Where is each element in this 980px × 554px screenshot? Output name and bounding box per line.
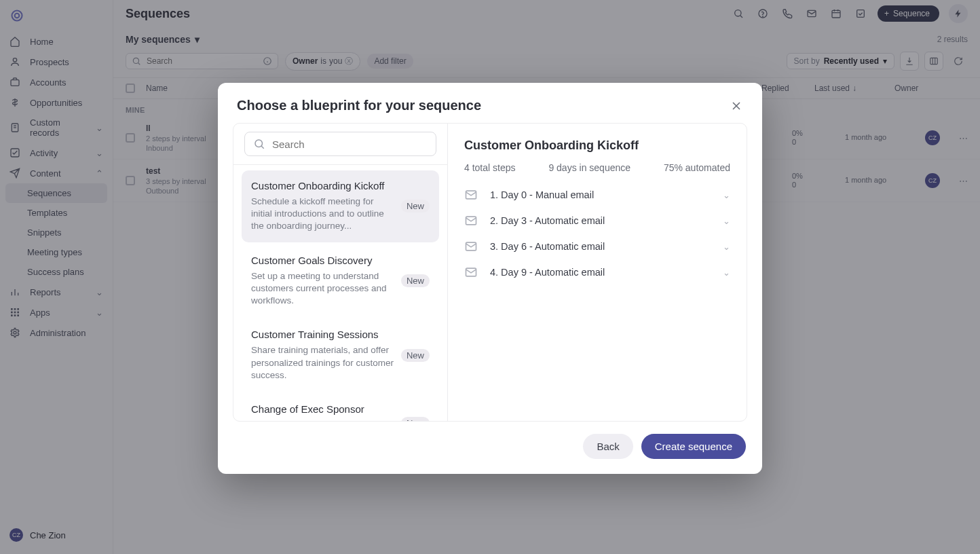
blueprint-search-input[interactable] — [272, 138, 428, 150]
new-badge: New — [401, 274, 430, 287]
blueprint-item[interactable]: Change of Exec Sponsor Establish a conne… — [242, 394, 439, 421]
step-row[interactable]: 4. Day 9 - Automatic email ⌄ — [464, 265, 730, 279]
back-button[interactable]: Back — [583, 434, 633, 459]
search-icon — [253, 138, 265, 150]
mail-icon — [464, 188, 478, 202]
modal-title: Choose a blueprint for your sequence — [237, 98, 481, 113]
mail-icon — [464, 240, 478, 253]
svg-line-42 — [261, 146, 264, 149]
blueprint-list-pane: Customer Onboarding Kickoff Schedule a k… — [233, 124, 448, 421]
step-row[interactable]: 3. Day 6 - Automatic email ⌄ — [464, 240, 730, 253]
blueprint-item[interactable]: Customer Goals Discovery Set up a meetin… — [242, 245, 439, 317]
chevron-down-icon: ⌄ — [723, 216, 730, 226]
close-button[interactable] — [730, 99, 743, 113]
stat-automated: 75% automated — [664, 162, 730, 173]
blueprint-item[interactable]: Customer Onboarding Kickoff Schedule a k… — [242, 170, 439, 242]
new-badge: New — [401, 417, 430, 421]
chevron-down-icon: ⌄ — [723, 267, 730, 278]
blueprint-item[interactable]: Customer Training Sessions Share trainin… — [242, 319, 439, 391]
mail-icon — [464, 265, 478, 279]
blueprint-modal: Choose a blueprint for your sequence Cus… — [218, 83, 762, 474]
step-row[interactable]: 1. Day 0 - Manual email ⌄ — [464, 188, 730, 202]
create-sequence-button[interactable]: Create sequence — [641, 434, 746, 459]
svg-point-41 — [255, 140, 263, 147]
new-badge: New — [401, 349, 430, 362]
stat-total-steps: 4 total steps — [464, 162, 516, 173]
blueprint-detail-pane: Customer Onboarding Kickoff 4 total step… — [448, 124, 747, 421]
modal-overlay: Choose a blueprint for your sequence Cus… — [0, 0, 980, 554]
new-badge: New — [401, 200, 430, 213]
step-row[interactable]: 2. Day 3 - Automatic email ⌄ — [464, 214, 730, 227]
detail-title: Customer Onboarding Kickoff — [464, 138, 730, 153]
mail-icon — [464, 214, 478, 227]
stat-days: 9 days in sequence — [548, 162, 630, 173]
blueprint-search[interactable] — [244, 132, 436, 156]
chevron-down-icon: ⌄ — [723, 190, 730, 200]
chevron-down-icon: ⌄ — [723, 242, 730, 252]
